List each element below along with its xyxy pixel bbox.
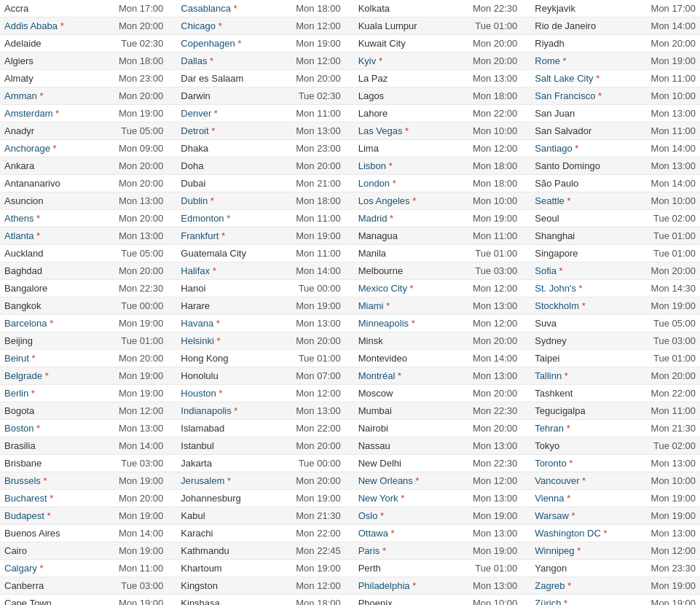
city-link[interactable]: Detroit <box>181 125 208 136</box>
city-link[interactable]: Warsaw <box>535 510 568 521</box>
city-cell[interactable]: Ottawa * <box>354 525 458 542</box>
city-cell[interactable]: Houston * <box>176 385 281 402</box>
city-cell[interactable]: Copenhagen * <box>176 35 281 52</box>
city-cell[interactable]: Stockholm * <box>530 297 636 315</box>
city-cell[interactable]: Helsinki * <box>176 332 281 350</box>
city-link[interactable]: San Francisco <box>535 90 595 101</box>
city-cell[interactable]: Halifax * <box>176 262 281 280</box>
city-link[interactable]: London <box>358 178 390 189</box>
city-link[interactable]: Washington DC <box>535 528 601 539</box>
city-link[interactable]: Jerusalem <box>181 475 224 486</box>
city-cell[interactable]: Barcelona * <box>0 315 104 332</box>
city-link[interactable]: Paris <box>358 545 380 556</box>
city-cell[interactable]: Dallas * <box>176 52 281 70</box>
city-cell[interactable]: Denver * <box>176 105 281 122</box>
city-link[interactable]: Lisbon <box>358 160 386 171</box>
city-cell[interactable]: Amsterdam * <box>0 105 104 122</box>
city-cell[interactable]: Casablanca * <box>176 0 281 17</box>
city-link[interactable]: Kyiv <box>358 55 377 66</box>
city-cell[interactable]: Tehran * <box>530 420 636 437</box>
city-cell[interactable]: Kyiv * <box>354 52 458 70</box>
city-cell[interactable]: Frankfurt * <box>176 227 281 245</box>
city-cell[interactable]: Budapest * <box>0 507 104 525</box>
city-cell[interactable]: Oslo * <box>354 507 458 525</box>
city-cell[interactable]: Edmonton * <box>176 210 281 227</box>
city-cell[interactable]: Zagreb * <box>530 577 636 595</box>
city-cell[interactable]: Tallinn * <box>530 367 636 385</box>
city-link[interactable]: Santiago <box>535 143 572 154</box>
city-link[interactable]: Dallas <box>181 55 207 66</box>
city-link[interactable]: Bucharest <box>4 493 47 504</box>
city-link[interactable]: St. John's <box>535 283 576 294</box>
city-link[interactable]: Montréal <box>358 370 396 381</box>
city-link[interactable]: Havana <box>181 318 213 329</box>
city-link[interactable]: Athens <box>4 213 34 224</box>
city-link[interactable]: Barcelona <box>4 318 47 329</box>
city-cell[interactable]: Warsaw * <box>530 507 636 525</box>
city-cell[interactable]: Havana * <box>176 315 281 332</box>
city-cell[interactable]: Toronto * <box>530 455 636 472</box>
city-link[interactable]: Calgary <box>4 563 37 574</box>
city-link[interactable]: Frankfurt <box>181 230 219 241</box>
city-cell[interactable]: Chicago * <box>176 17 281 35</box>
city-cell[interactable]: Atlanta * <box>0 227 104 245</box>
city-link[interactable]: Las Vegas <box>358 125 403 136</box>
city-cell[interactable]: Miami * <box>354 297 458 315</box>
city-link[interactable]: Berlin <box>4 388 28 399</box>
city-link[interactable]: Amsterdam <box>4 108 52 119</box>
city-cell[interactable]: Paris * <box>354 542 458 560</box>
city-link[interactable]: Rome <box>535 55 560 66</box>
city-link[interactable]: Ottawa <box>358 528 388 539</box>
city-link[interactable]: Winnipeg <box>535 545 574 556</box>
city-cell[interactable]: Sofia * <box>530 262 636 280</box>
city-link[interactable]: Oslo <box>358 510 378 521</box>
city-link[interactable]: Anchorage <box>4 143 50 154</box>
city-link[interactable]: Tehran <box>535 423 564 434</box>
city-link[interactable]: Chicago <box>181 20 216 31</box>
city-cell[interactable]: New York * <box>354 490 458 507</box>
city-cell[interactable]: Rome * <box>530 52 636 70</box>
city-cell[interactable]: Boston * <box>0 420 104 437</box>
city-cell[interactable]: Detroit * <box>176 122 281 140</box>
city-cell[interactable]: Philadelphia * <box>354 577 458 595</box>
city-cell[interactable]: Montréal * <box>354 367 458 385</box>
city-cell[interactable]: Vienna * <box>530 490 636 507</box>
city-link[interactable]: Boston <box>4 423 34 434</box>
city-link[interactable]: Vienna <box>535 493 564 504</box>
city-cell[interactable]: Athens * <box>0 210 104 227</box>
city-link[interactable]: Amman <box>4 90 37 101</box>
city-link[interactable]: Copenhagen <box>181 38 235 49</box>
city-cell[interactable]: Madrid * <box>354 210 458 227</box>
city-link[interactable]: Addis Ababa <box>4 20 58 31</box>
city-cell[interactable]: Mexico City * <box>354 280 458 297</box>
city-cell[interactable]: Zürich * <box>530 595 636 606</box>
city-link[interactable]: Atlanta <box>4 230 34 241</box>
city-link[interactable]: Belgrade <box>4 370 42 381</box>
city-cell[interactable]: Las Vegas * <box>354 122 458 140</box>
city-cell[interactable]: New Orleans * <box>354 472 458 490</box>
city-link[interactable]: Philadelphia <box>358 580 410 591</box>
city-link[interactable]: Zürich <box>535 598 561 605</box>
city-cell[interactable]: Belgrade * <box>0 367 104 385</box>
city-cell[interactable]: Addis Ababa * <box>0 17 104 35</box>
city-link[interactable]: Edmonton <box>181 213 224 224</box>
city-link[interactable]: Helsinki <box>181 335 214 346</box>
city-cell[interactable]: Berlin * <box>0 385 104 402</box>
city-cell[interactable]: Vancouver * <box>530 472 636 490</box>
city-cell[interactable]: Brussels * <box>0 472 104 490</box>
city-cell[interactable]: Bucharest * <box>0 490 104 507</box>
city-link[interactable]: Halifax <box>181 265 210 276</box>
city-cell[interactable]: Beirut * <box>0 350 104 367</box>
city-cell[interactable]: Indianapolis * <box>176 402 281 420</box>
city-link[interactable]: Tallinn <box>535 370 562 381</box>
city-link[interactable]: Casablanca <box>181 3 231 14</box>
city-cell[interactable]: Minneapolis * <box>354 315 458 332</box>
city-link[interactable]: Vancouver <box>535 475 579 486</box>
city-link[interactable]: Seattle <box>535 195 564 206</box>
city-cell[interactable]: Lisbon * <box>354 157 458 175</box>
city-link[interactable]: Sofia <box>535 265 557 276</box>
city-link[interactable]: Dublin <box>181 195 208 206</box>
city-cell[interactable]: Anchorage * <box>0 140 104 157</box>
city-link[interactable]: Minneapolis <box>358 318 409 329</box>
city-link[interactable]: Brussels <box>4 475 41 486</box>
